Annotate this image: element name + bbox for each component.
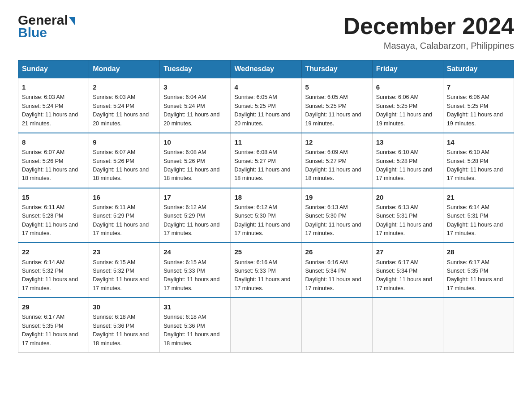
day-number: 29	[22, 302, 85, 312]
calendar-week-row: 15Sunrise: 6:11 AMSunset: 5:28 PMDayligh…	[18, 188, 514, 243]
day-info: Sunrise: 6:08 AMSunset: 5:27 PMDaylight:…	[234, 149, 290, 181]
calendar-cell: 13Sunrise: 6:10 AMSunset: 5:28 PMDayligh…	[372, 133, 443, 188]
day-info: Sunrise: 6:17 AMSunset: 5:35 PMDaylight:…	[22, 314, 78, 346]
logo-arrow-icon	[69, 17, 75, 25]
calendar-cell: 4Sunrise: 6:05 AMSunset: 5:25 PMDaylight…	[231, 78, 301, 133]
day-number: 26	[305, 247, 369, 257]
day-number: 9	[93, 137, 156, 147]
day-header-wednesday: Wednesday	[231, 60, 301, 78]
calendar-cell: 20Sunrise: 6:13 AMSunset: 5:31 PMDayligh…	[372, 188, 443, 243]
day-info: Sunrise: 6:12 AMSunset: 5:30 PMDaylight:…	[234, 204, 290, 236]
calendar-cell: 22Sunrise: 6:14 AMSunset: 5:32 PMDayligh…	[18, 243, 89, 298]
day-number: 14	[447, 137, 510, 147]
calendar-cell: 23Sunrise: 6:15 AMSunset: 5:32 PMDayligh…	[89, 243, 160, 298]
day-info: Sunrise: 6:07 AMSunset: 5:26 PMDaylight:…	[93, 149, 149, 181]
calendar-body: 1Sunrise: 6:03 AMSunset: 5:24 PMDaylight…	[18, 78, 514, 352]
logo-blue-text: Blue	[18, 25, 47, 40]
day-number: 23	[93, 247, 156, 257]
calendar-cell: 27Sunrise: 6:17 AMSunset: 5:34 PMDayligh…	[372, 243, 443, 298]
day-info: Sunrise: 6:08 AMSunset: 5:26 PMDaylight:…	[163, 149, 219, 181]
location-subtitle: Masaya, Calabarzon, Philippines	[343, 41, 514, 51]
calendar-cell: 3Sunrise: 6:04 AMSunset: 5:24 PMDaylight…	[160, 78, 231, 133]
day-info: Sunrise: 6:13 AMSunset: 5:31 PMDaylight:…	[376, 204, 432, 236]
day-number: 6	[376, 82, 439, 92]
calendar-cell: 29Sunrise: 6:17 AMSunset: 5:35 PMDayligh…	[18, 298, 89, 352]
calendar-cell: 11Sunrise: 6:08 AMSunset: 5:27 PMDayligh…	[231, 133, 301, 188]
calendar-cell: 1Sunrise: 6:03 AMSunset: 5:24 PMDaylight…	[18, 78, 89, 133]
day-info: Sunrise: 6:11 AMSunset: 5:29 PMDaylight:…	[93, 204, 149, 236]
calendar-cell	[443, 298, 514, 352]
day-info: Sunrise: 6:15 AMSunset: 5:33 PMDaylight:…	[163, 259, 219, 291]
day-number: 16	[93, 192, 156, 202]
day-info: Sunrise: 6:10 AMSunset: 5:28 PMDaylight:…	[447, 149, 503, 181]
calendar-cell: 12Sunrise: 6:09 AMSunset: 5:27 PMDayligh…	[301, 133, 372, 188]
day-info: Sunrise: 6:16 AMSunset: 5:34 PMDaylight:…	[305, 259, 361, 291]
day-number: 12	[305, 137, 369, 147]
calendar-table: SundayMondayTuesdayWednesdayThursdayFrid…	[18, 60, 514, 353]
day-number: 30	[93, 302, 156, 312]
day-number: 28	[447, 247, 510, 257]
calendar-cell: 7Sunrise: 6:06 AMSunset: 5:25 PMDaylight…	[443, 78, 514, 133]
day-info: Sunrise: 6:03 AMSunset: 5:24 PMDaylight:…	[93, 94, 149, 126]
day-info: Sunrise: 6:14 AMSunset: 5:31 PMDaylight:…	[447, 204, 503, 236]
day-number: 21	[447, 192, 510, 202]
calendar-week-row: 1Sunrise: 6:03 AMSunset: 5:24 PMDaylight…	[18, 78, 514, 133]
day-number: 4	[234, 82, 297, 92]
day-number: 17	[163, 192, 227, 202]
calendar-cell: 17Sunrise: 6:12 AMSunset: 5:29 PMDayligh…	[160, 188, 231, 243]
calendar-cell: 26Sunrise: 6:16 AMSunset: 5:34 PMDayligh…	[301, 243, 372, 298]
calendar-cell: 6Sunrise: 6:06 AMSunset: 5:25 PMDaylight…	[372, 78, 443, 133]
calendar-cell: 21Sunrise: 6:14 AMSunset: 5:31 PMDayligh…	[443, 188, 514, 243]
calendar-cell: 28Sunrise: 6:17 AMSunset: 5:35 PMDayligh…	[443, 243, 514, 298]
calendar-cell: 10Sunrise: 6:08 AMSunset: 5:26 PMDayligh…	[160, 133, 231, 188]
calendar-week-row: 29Sunrise: 6:17 AMSunset: 5:35 PMDayligh…	[18, 298, 514, 352]
calendar-cell: 31Sunrise: 6:18 AMSunset: 5:36 PMDayligh…	[160, 298, 231, 352]
calendar-header-row: SundayMondayTuesdayWednesdayThursdayFrid…	[18, 60, 514, 78]
day-info: Sunrise: 6:03 AMSunset: 5:24 PMDaylight:…	[22, 94, 78, 126]
page-header: General Blue December 2024 Masaya, Calab…	[18, 13, 514, 51]
day-info: Sunrise: 6:15 AMSunset: 5:32 PMDaylight:…	[93, 259, 149, 291]
day-header-monday: Monday	[89, 60, 160, 78]
day-info: Sunrise: 6:17 AMSunset: 5:35 PMDaylight:…	[447, 259, 503, 291]
day-number: 1	[22, 82, 85, 92]
calendar-cell: 5Sunrise: 6:05 AMSunset: 5:25 PMDaylight…	[301, 78, 372, 133]
calendar-cell	[372, 298, 443, 352]
day-header-tuesday: Tuesday	[160, 60, 231, 78]
day-info: Sunrise: 6:12 AMSunset: 5:29 PMDaylight:…	[163, 204, 219, 236]
day-info: Sunrise: 6:04 AMSunset: 5:24 PMDaylight:…	[163, 94, 219, 126]
calendar-cell: 9Sunrise: 6:07 AMSunset: 5:26 PMDaylight…	[89, 133, 160, 188]
day-info: Sunrise: 6:06 AMSunset: 5:25 PMDaylight:…	[376, 94, 432, 126]
day-info: Sunrise: 6:05 AMSunset: 5:25 PMDaylight:…	[234, 94, 290, 126]
month-year-title: December 2024	[343, 13, 514, 39]
day-number: 19	[305, 192, 369, 202]
day-number: 31	[163, 302, 227, 312]
calendar-cell: 8Sunrise: 6:07 AMSunset: 5:26 PMDaylight…	[18, 133, 89, 188]
day-info: Sunrise: 6:16 AMSunset: 5:33 PMDaylight:…	[234, 259, 290, 291]
day-number: 2	[93, 82, 156, 92]
day-number: 5	[305, 82, 369, 92]
day-info: Sunrise: 6:07 AMSunset: 5:26 PMDaylight:…	[22, 149, 78, 181]
calendar-cell: 16Sunrise: 6:11 AMSunset: 5:29 PMDayligh…	[89, 188, 160, 243]
logo: General Blue	[18, 13, 75, 40]
calendar-cell: 19Sunrise: 6:13 AMSunset: 5:30 PMDayligh…	[301, 188, 372, 243]
day-number: 8	[22, 137, 85, 147]
calendar-cell: 24Sunrise: 6:15 AMSunset: 5:33 PMDayligh…	[160, 243, 231, 298]
calendar-week-row: 22Sunrise: 6:14 AMSunset: 5:32 PMDayligh…	[18, 243, 514, 298]
calendar-cell	[301, 298, 372, 352]
day-number: 27	[376, 247, 439, 257]
day-info: Sunrise: 6:18 AMSunset: 5:36 PMDaylight:…	[163, 314, 219, 346]
title-block: December 2024 Masaya, Calabarzon, Philip…	[343, 13, 514, 51]
calendar-cell: 15Sunrise: 6:11 AMSunset: 5:28 PMDayligh…	[18, 188, 89, 243]
day-header-thursday: Thursday	[301, 60, 372, 78]
day-number: 3	[163, 82, 227, 92]
day-number: 25	[234, 247, 297, 257]
calendar-cell: 30Sunrise: 6:18 AMSunset: 5:36 PMDayligh…	[89, 298, 160, 352]
day-number: 24	[163, 247, 227, 257]
day-header-sunday: Sunday	[18, 60, 89, 78]
calendar-cell: 18Sunrise: 6:12 AMSunset: 5:30 PMDayligh…	[231, 188, 301, 243]
calendar-cell: 25Sunrise: 6:16 AMSunset: 5:33 PMDayligh…	[231, 243, 301, 298]
day-info: Sunrise: 6:14 AMSunset: 5:32 PMDaylight:…	[22, 259, 78, 291]
calendar-week-row: 8Sunrise: 6:07 AMSunset: 5:26 PMDaylight…	[18, 133, 514, 188]
calendar-cell: 2Sunrise: 6:03 AMSunset: 5:24 PMDaylight…	[89, 78, 160, 133]
day-number: 11	[234, 137, 297, 147]
